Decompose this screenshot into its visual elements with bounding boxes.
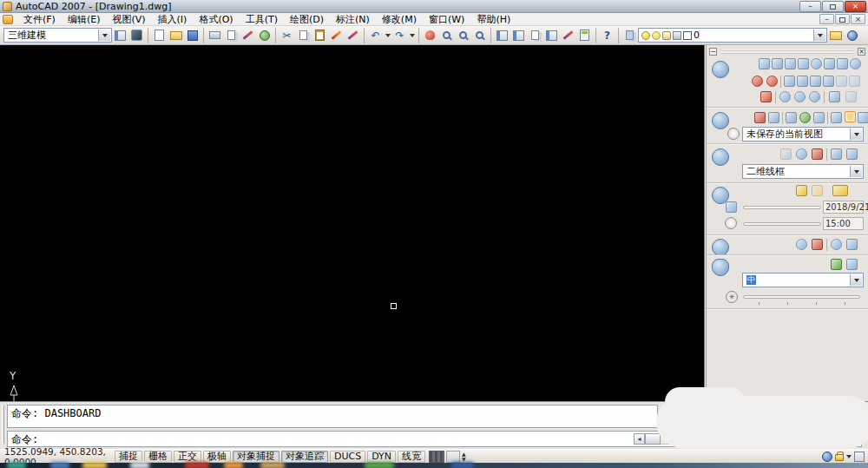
edge-jitter-icon[interactable] — [846, 148, 858, 160]
3d-move-gizmo-icon[interactable] — [752, 76, 763, 87]
press-pull-icon[interactable] — [836, 76, 847, 87]
close-button[interactable]: × — [845, 1, 866, 12]
render-quality-icon[interactable]: ✳ — [726, 291, 738, 303]
menu-help[interactable]: 帮助(H) — [470, 13, 516, 26]
toggle-grid[interactable]: 栅格 — [144, 451, 172, 463]
camera-icon[interactable] — [831, 112, 842, 123]
layer-dropdown[interactable]: 0 — [638, 28, 827, 43]
spinner-down-icon[interactable]: ▼ — [462, 457, 466, 462]
solid-cylinder-icon[interactable] — [824, 58, 835, 69]
edge-overhang-icon[interactable] — [831, 148, 842, 160]
zoom-icon[interactable] — [768, 112, 779, 123]
panel-collapse-button[interactable]: − — [709, 48, 717, 56]
panel-close-button[interactable]: × — [858, 48, 865, 56]
revolve-icon[interactable] — [797, 76, 808, 87]
clean-screen-button[interactable] — [854, 452, 865, 462]
communication-center-icon[interactable] — [822, 452, 832, 462]
visual-style-colors-icon[interactable] — [812, 148, 823, 160]
toggle-polar[interactable]: 极轴 — [203, 451, 231, 463]
toggle-ducs[interactable]: DUCS — [330, 451, 365, 463]
loft-icon[interactable] — [823, 76, 834, 87]
visual-style-dropdown[interactable]: 二维线框 — [742, 164, 864, 179]
3d-align-icon[interactable] — [760, 91, 772, 102]
date-value[interactable]: 2018/9/21 — [823, 201, 864, 214]
quickcalc-icon[interactable] — [576, 27, 593, 43]
constrained-orbit-icon[interactable] — [786, 112, 797, 123]
menu-edit[interactable]: 编辑(E) — [62, 13, 107, 26]
toggle-otrack[interactable]: 对象追踪 — [281, 451, 328, 463]
view-dropdown-arrow[interactable] — [850, 129, 862, 140]
etransmit-icon[interactable] — [256, 27, 273, 43]
navigate-panel-icon[interactable] — [712, 112, 729, 129]
layer-plot-icon[interactable] — [673, 31, 681, 40]
menu-file[interactable]: 文件(F) — [17, 13, 62, 26]
sun-status-icon[interactable] — [796, 185, 807, 196]
zoom-realtime-icon[interactable] — [438, 27, 455, 43]
pan-realtime-icon[interactable] — [422, 27, 438, 43]
menu-window[interactable]: 窗口(W) — [423, 13, 470, 26]
layer-dropdown-arrow[interactable] — [813, 30, 825, 41]
solid-torus-icon[interactable] — [837, 58, 848, 69]
properties-palette-icon[interactable] — [494, 27, 510, 43]
zoom-previous-icon[interactable] — [471, 27, 488, 43]
restore-button[interactable] — [822, 1, 844, 12]
menu-insert[interactable]: 插入(I) — [152, 13, 194, 26]
workspace-dropdown[interactable]: 三维建模 — [3, 28, 112, 43]
visual-style-panel-icon[interactable] — [712, 148, 729, 166]
toggle-snap[interactable]: 捕捉 — [115, 451, 142, 463]
workspace-settings-icon[interactable] — [112, 27, 128, 43]
menu-draw[interactable]: 绘图(D) — [284, 13, 330, 26]
layer-on-icon[interactable] — [641, 31, 650, 40]
status-spinner[interactable]: ▲ ▼ — [462, 452, 466, 462]
current-view-dropdown[interactable]: 未保存的当前视图 — [742, 127, 864, 142]
solid-pyramid-icon[interactable] — [798, 58, 809, 69]
match-properties-icon[interactable] — [328, 27, 345, 43]
markup-set-manager-icon[interactable] — [560, 27, 576, 43]
sheet-set-manager-icon[interactable] — [543, 27, 560, 43]
menu-view[interactable]: 视图(V) — [106, 13, 151, 26]
command-window-grip[interactable] — [2, 405, 4, 444]
save-icon[interactable] — [184, 27, 201, 43]
date-slider[interactable] — [743, 206, 821, 209]
extrude-icon[interactable] — [784, 76, 795, 87]
paste-icon[interactable] — [312, 27, 328, 43]
mdi-minimize-button[interactable]: – — [819, 14, 834, 24]
toggle-ortho[interactable]: 正交 — [174, 451, 201, 463]
render-environment-icon[interactable] — [831, 259, 842, 270]
solid-sphere-icon[interactable] — [811, 58, 822, 69]
calendar-icon[interactable] — [726, 201, 737, 213]
walk-icon[interactable] — [813, 112, 825, 123]
toggle-dyn[interactable]: DYN — [367, 451, 396, 463]
render-quality-slider[interactable] — [743, 295, 860, 299]
view-target-icon[interactable] — [727, 128, 740, 140]
toggle-lineweight[interactable]: 线宽 — [398, 451, 425, 463]
render-preset-dropdown[interactable]: 中 — [742, 273, 864, 287]
zoom-window-icon[interactable] — [455, 27, 471, 43]
layers-manager-icon[interactable] — [621, 27, 638, 43]
redo-icon[interactable]: ↷ — [391, 27, 408, 43]
visual-style-sphere-icon[interactable] — [796, 148, 807, 160]
free-orbit-icon[interactable] — [799, 112, 811, 123]
open-file-icon[interactable] — [168, 27, 184, 43]
3d-rotate-gizmo-icon[interactable] — [766, 76, 778, 87]
solid-polysolid-icon[interactable] — [850, 58, 861, 69]
clock-icon[interactable] — [725, 217, 737, 229]
intersect-icon[interactable] — [809, 91, 820, 102]
publish-icon[interactable] — [240, 27, 256, 43]
materials-panel-icon[interactable] — [712, 239, 729, 256]
redo-dropdown-arrow[interactable] — [408, 27, 416, 43]
union-icon[interactable] — [779, 91, 791, 102]
designcenter-icon[interactable] — [510, 27, 527, 43]
format-painter-icon[interactable] — [345, 27, 361, 43]
render-preset-dropdown-arrow[interactable] — [850, 274, 862, 286]
materials-globe-icon[interactable] — [831, 239, 842, 250]
toggle-osnap[interactable]: 对象捕捉 — [233, 451, 279, 463]
materials-library-icon[interactable] — [846, 239, 858, 250]
menu-format[interactable]: 格式(O) — [193, 13, 239, 26]
copy-icon[interactable] — [295, 27, 312, 43]
undo-icon[interactable]: ↶ — [367, 27, 384, 43]
time-value[interactable]: 15:00 — [823, 217, 864, 230]
dashboard-grip[interactable]: − × — [709, 48, 865, 56]
layer-freeze-icon[interactable] — [652, 31, 661, 40]
layer-lock-icon[interactable] — [662, 31, 671, 40]
